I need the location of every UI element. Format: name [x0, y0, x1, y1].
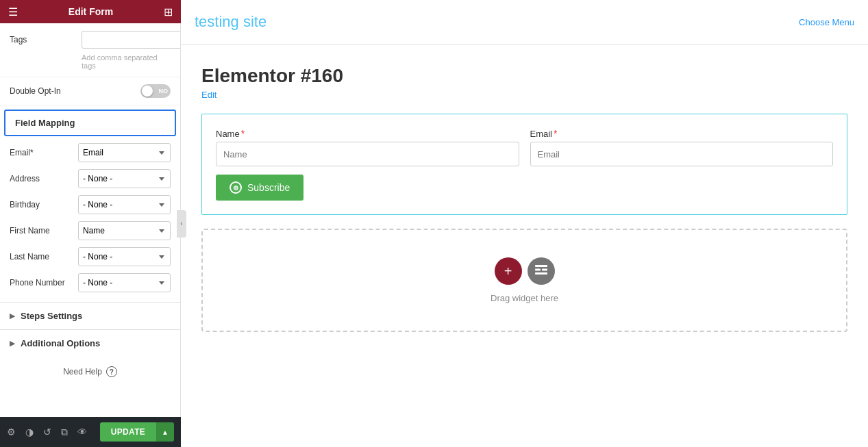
mapping-select-lastname[interactable]: - None - Email Name Phone [78, 247, 171, 266]
need-help[interactable]: Need Help ? [0, 357, 180, 387]
toggle-knob [142, 86, 153, 97]
eye-icon[interactable]: 👁 [77, 426, 87, 437]
site-title: testing site [195, 13, 266, 31]
form-fields-row: Name * Email * [216, 128, 833, 166]
double-optin-toggle[interactable]: NO [140, 84, 171, 98]
update-arrow-button[interactable]: ▲ [156, 422, 174, 442]
bottom-toolbar: ⚙ ◑ ↺ ⧉ 👁 UPDATE ▲ [0, 417, 181, 447]
mapping-row-address: Address - None - Email Name Phone [10, 169, 171, 188]
email-field-group: Email * [530, 128, 834, 166]
mapping-select-birthday[interactable]: - None - Email Name Phone [78, 195, 171, 214]
subscribe-icon: ⊕ [230, 181, 242, 194]
tags-hint: Add comma separated tags [82, 53, 171, 70]
mapping-rows: Email* Email - None - Name Phone Address… [0, 140, 180, 302]
page-content: Elementor #160 Edit Name * Email * [181, 44, 868, 447]
additional-options-label: Additional Options [21, 338, 100, 348]
mapping-row-birthday: Birthday - None - Email Name Phone [10, 195, 171, 214]
email-input[interactable] [530, 142, 834, 166]
name-field-group: Name * [216, 128, 519, 166]
steps-settings-title: ▶ Steps Settings [10, 311, 171, 321]
svg-rect-3 [535, 272, 547, 274]
plus-icon: + [504, 264, 512, 279]
mapping-label-birthday: Birthday [10, 200, 78, 209]
mapping-select-email[interactable]: Email - None - Name Phone [78, 143, 171, 162]
subscribe-label: Subscribe [247, 182, 290, 193]
layout-button[interactable] [528, 257, 555, 285]
main-content: testing site Choose Menu Elementor #160 … [181, 0, 868, 447]
sidebar-header: ☰ Edit Form ⊞ [0, 0, 181, 23]
form-widget: Name * Email * ⊕ Subscribe [201, 114, 847, 215]
mapping-row-firstname: First Name Name - None - Email Phone [10, 221, 171, 240]
field-mapping-label: Field Mapping [15, 118, 75, 128]
collapse-arrow-icon: ‹ [180, 220, 182, 227]
tags-input[interactable] [82, 31, 180, 49]
name-label-text: Name [216, 129, 240, 139]
name-required-star: * [241, 128, 245, 139]
name-field-label: Name * [216, 128, 519, 139]
field-mapping-header[interactable]: Field Mapping [4, 110, 176, 136]
tags-label: Tags [10, 35, 82, 44]
double-optin-label: Double Opt-In [10, 86, 140, 96]
page-edit-link[interactable]: Edit [201, 90, 216, 100]
main-topbar: testing site Choose Menu [181, 0, 868, 44]
mapping-label-firstname: First Name [10, 226, 78, 235]
additional-options-section[interactable]: ▶ Additional Options [0, 329, 180, 357]
choose-menu-button[interactable]: Choose Menu [799, 17, 854, 27]
additional-arrow-icon: ▶ [10, 340, 15, 347]
mapping-select-firstname[interactable]: Name - None - Email Phone [78, 221, 171, 240]
layout-icon [535, 265, 547, 277]
update-button[interactable]: UPDATE [100, 422, 156, 442]
mapping-row-email: Email* Email - None - Name Phone [10, 143, 171, 162]
mapping-label-phone: Phone Number [10, 278, 78, 288]
page-title: Elementor #160 [201, 65, 847, 87]
history-icon[interactable]: ↺ [43, 426, 51, 437]
add-widget-button[interactable]: + [495, 257, 522, 285]
sidebar: Tags Add comma separated tags Double Opt… [0, 0, 181, 447]
hamburger-icon[interactable]: ☰ [8, 5, 18, 18]
email-label-text: Email [530, 129, 553, 139]
email-required-star: * [554, 128, 557, 139]
drag-buttons: + [495, 257, 555, 285]
tags-row: Tags [10, 30, 171, 49]
email-field-label: Email * [530, 128, 834, 139]
need-help-label: Need Help [63, 367, 102, 376]
layers-icon[interactable]: ◑ [25, 426, 34, 437]
mapping-label-email: Email* [10, 148, 78, 157]
mapping-row-lastname: Last Name - None - Email Name Phone [10, 247, 171, 266]
copy-icon[interactable]: ⧉ [61, 426, 68, 438]
update-btn-group: UPDATE ▲ [100, 422, 174, 442]
mapping-select-address[interactable]: - None - Email Name Phone [78, 169, 171, 188]
toggle-text: NO [159, 88, 169, 94]
svg-rect-0 [535, 265, 547, 267]
svg-rect-2 [542, 269, 547, 271]
drag-widget-area: + Drag widget here [201, 229, 847, 332]
subscribe-button[interactable]: ⊕ Subscribe [216, 175, 303, 201]
collapse-handle[interactable]: ‹ [177, 210, 186, 238]
mapping-select-phone[interactable]: - None - Email Name Phone [78, 273, 171, 292]
mapping-row-phone: Phone Number - None - Email Name Phone [10, 273, 171, 292]
settings-icon[interactable]: ⚙ [7, 426, 16, 437]
name-input[interactable] [216, 142, 519, 166]
sidebar-content: Tags Add comma separated tags Double Opt… [0, 23, 180, 447]
svg-rect-1 [535, 269, 541, 271]
mapping-label-address: Address [10, 174, 78, 183]
sidebar-title: Edit Form [69, 6, 113, 17]
toolbar-icons: ⚙ ◑ ↺ ⧉ 👁 [7, 426, 87, 438]
help-icon: ? [106, 366, 117, 377]
additional-options-title: ▶ Additional Options [10, 338, 171, 348]
drag-text: Drag widget here [491, 293, 558, 303]
steps-settings-label: Steps Settings [21, 311, 82, 321]
steps-arrow-icon: ▶ [10, 312, 15, 320]
grid-icon[interactable]: ⊞ [164, 5, 173, 18]
mapping-label-lastname: Last Name [10, 252, 78, 261]
steps-settings-section[interactable]: ▶ Steps Settings [0, 302, 180, 329]
tags-section: Tags Add comma separated tags [0, 23, 180, 77]
double-optin-row: Double Opt-In NO [0, 77, 180, 105]
